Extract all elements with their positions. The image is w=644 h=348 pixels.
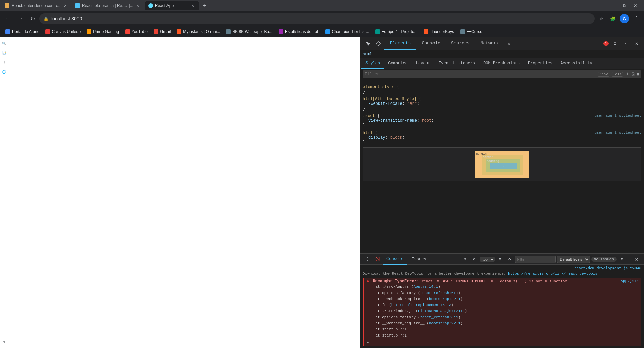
devtools-settings-btn[interactable]: ⚙ bbox=[610, 39, 620, 48]
devtools-tab-sources[interactable]: Sources bbox=[446, 37, 475, 50]
refresh-button[interactable]: ↻ bbox=[27, 13, 38, 24]
css-selector-3: :root bbox=[363, 114, 375, 118]
devtools-close-btn[interactable]: ✕ bbox=[632, 39, 641, 48]
bookmark-myinstants[interactable]: Myinstants | O mai... bbox=[174, 27, 223, 36]
bookmark-lol-stats[interactable]: Estatísticas do LoL bbox=[276, 27, 322, 36]
hov-button[interactable]: :hov bbox=[598, 72, 609, 77]
page-content bbox=[8, 37, 360, 348]
profile-btn[interactable]: G bbox=[619, 13, 630, 24]
subtab-accessibility[interactable]: Accessibility bbox=[556, 58, 596, 69]
tab-3-close[interactable]: ✕ bbox=[190, 3, 196, 8]
subtab-layout[interactable]: Layout bbox=[412, 58, 435, 69]
bookmark-wallpaper[interactable]: 4K 8K Wallpaper Ba... bbox=[223, 27, 275, 36]
subtab-styles[interactable]: Styles bbox=[361, 58, 384, 69]
devtools-tab-console[interactable]: Console bbox=[416, 37, 446, 50]
console-clear-btn[interactable]: 🚫 bbox=[374, 255, 382, 263]
minimize-button[interactable]: ─ bbox=[609, 1, 618, 10]
stack-link-4[interactable]: ListaDeNotas.jsx:21:1 bbox=[418, 309, 465, 313]
subtab-properties[interactable]: Properties bbox=[524, 58, 556, 69]
tab-2-title: React tela branca | React |... bbox=[82, 3, 133, 8]
sidebar-icon-5[interactable]: ⚙ bbox=[1, 339, 7, 345]
console-dropdown-btn[interactable]: ▼ bbox=[496, 255, 504, 263]
stack-link-0[interactable]: App.js:14:1 bbox=[414, 285, 438, 289]
menu-btn[interactable]: ⋮ bbox=[630, 13, 641, 24]
address-bar[interactable]: 🔒 localhost:3000 bbox=[39, 13, 595, 24]
stack-link-3[interactable]: hot module replacement:61:3 bbox=[391, 303, 451, 307]
devtools-tab-elements[interactable]: Elements bbox=[384, 37, 416, 50]
cls-button[interactable]: .cls bbox=[612, 72, 623, 77]
console-content: react-dom.development.js:29840 Download … bbox=[360, 265, 644, 348]
console-level-select[interactable]: Default levels bbox=[557, 256, 590, 263]
stack-link-5[interactable]: react_refresh:6:1 bbox=[420, 315, 458, 319]
console-source-link[interactable]: react-dom.development.js:29840 bbox=[574, 266, 641, 270]
extensions-btn[interactable]: 🧩 bbox=[607, 13, 618, 24]
restore-button[interactable]: ⧉ bbox=[620, 1, 629, 10]
console-toolbar: ⋮ 🚫 Console Issues ⊡ ⚙ top ▼ 👁 Default l… bbox=[360, 254, 644, 265]
console-settings-btn-2[interactable]: ⚙ bbox=[618, 255, 626, 263]
bookmark-youtube[interactable]: YouTube bbox=[123, 27, 150, 36]
subtab-computed[interactable]: Computed bbox=[384, 58, 412, 69]
sidebar-icon-4[interactable]: 🌐 bbox=[1, 68, 7, 75]
box-padding-label: padding - × - bbox=[486, 159, 520, 172]
window-close-button[interactable]: ✕ bbox=[630, 1, 640, 10]
stack-link-6[interactable]: bootstrap:22:1 bbox=[429, 321, 460, 325]
console-inspect-btn[interactable]: ⊡ bbox=[461, 255, 469, 263]
bookmark-label-5: Gmail bbox=[160, 29, 171, 34]
sidebar-icon-3[interactable]: ⬇ bbox=[1, 59, 7, 66]
devtools-tab-network[interactable]: Network bbox=[475, 37, 505, 50]
css-rule-element-style: element.style { } bbox=[363, 85, 641, 94]
layout-grid-btn[interactable]: ⊞ bbox=[637, 72, 639, 77]
subtab-dom-breakpoints[interactable]: DOM Breakpoints bbox=[479, 58, 524, 69]
console-no-issues-badge: No Issues bbox=[591, 257, 617, 262]
console-filter-input[interactable] bbox=[515, 256, 556, 263]
console-tab-console[interactable]: Console bbox=[383, 254, 407, 265]
console-expand-btn[interactable]: ▶ bbox=[367, 340, 369, 344]
add-style-btn[interactable]: + bbox=[626, 71, 629, 77]
tab-2-close[interactable]: ✕ bbox=[135, 3, 141, 8]
sidebar-icon-2[interactable]: 📑 bbox=[1, 49, 7, 56]
devtools-more-options-btn[interactable]: ⋮ bbox=[621, 39, 630, 48]
console-error-header: ● Uncaught TypeError: react__WEBPACK_IMP… bbox=[367, 279, 639, 284]
stack-link-1[interactable]: react_refresh:6:1 bbox=[420, 291, 458, 295]
stack-frame-8: at startup:7:1 bbox=[367, 332, 639, 339]
devtools-inspect-btn[interactable] bbox=[374, 39, 383, 48]
tab-3-title: React App bbox=[155, 3, 188, 8]
devtools-cursor-btn[interactable] bbox=[363, 39, 372, 48]
stack-link-2[interactable]: bootstrap:22:1 bbox=[429, 297, 460, 301]
devtools-toolbar: Elements Console Sources Network » 1 ⚙ ⋮… bbox=[360, 37, 644, 50]
svg-point-0 bbox=[377, 42, 380, 45]
console-settings-btn[interactable]: ⚙ bbox=[470, 255, 479, 263]
forward-button[interactable]: → bbox=[15, 13, 26, 24]
bookmark-portal-aluno[interactable]: Portal do Aluno bbox=[3, 27, 42, 36]
css-rule-html-attrs: html[Attributes Style] { -webkit-locale:… bbox=[363, 97, 641, 111]
styles-filter-input[interactable] bbox=[365, 72, 596, 77]
console-close-btn[interactable]: ✕ bbox=[632, 255, 641, 264]
tab-3[interactable]: React App ✕ bbox=[145, 1, 199, 10]
tab-2[interactable]: React tela branca | React |... ✕ bbox=[72, 1, 144, 10]
console-tab-issues[interactable]: Issues bbox=[408, 254, 429, 265]
sidebar-icon-1[interactable]: 🔍 bbox=[1, 40, 7, 47]
html-breadcrumb: html bbox=[360, 50, 644, 58]
subtab-event-listeners[interactable]: Event Listeners bbox=[435, 58, 479, 69]
bookmark-curso[interactable]: ++Curso bbox=[458, 27, 485, 36]
bookmark-favicon-3 bbox=[87, 29, 91, 34]
bookmark-favicon-1 bbox=[5, 29, 10, 34]
bookmark-equipe4[interactable]: Equipe 4 - Projeto... bbox=[373, 27, 420, 36]
tab-1-close[interactable]: ✕ bbox=[62, 3, 68, 8]
bookmark-canvas[interactable]: Canvas Unifeso bbox=[43, 27, 83, 36]
copy-style-btn[interactable]: ⎘ bbox=[632, 72, 634, 77]
devtools-more-tabs-btn[interactable]: » bbox=[504, 39, 514, 48]
bookmark-champion-tier[interactable]: Champion Tier List... bbox=[323, 27, 372, 36]
bookmarks-btn[interactable]: ☆ bbox=[596, 13, 607, 24]
bookmark-prime-gaming[interactable]: Prime Gaming bbox=[84, 27, 122, 36]
new-tab-button[interactable]: + bbox=[200, 1, 209, 10]
console-eye-btn[interactable]: 👁 bbox=[506, 255, 514, 263]
bookmark-thunderkeys[interactable]: ThunderKeys bbox=[421, 27, 457, 36]
console-menu-btn[interactable]: ⋮ bbox=[363, 255, 372, 264]
bookmark-gmail[interactable]: Gmail bbox=[151, 27, 173, 36]
back-button[interactable]: ← bbox=[3, 13, 14, 24]
devtools-download-link[interactable]: https://re actjs.org/link/react-devtools bbox=[508, 272, 597, 276]
console-context-select[interactable]: top bbox=[480, 257, 495, 262]
console-error-source-link[interactable]: App.js:4 bbox=[621, 279, 639, 283]
tab-1[interactable]: React: entendendo como... ✕ bbox=[1, 1, 71, 10]
